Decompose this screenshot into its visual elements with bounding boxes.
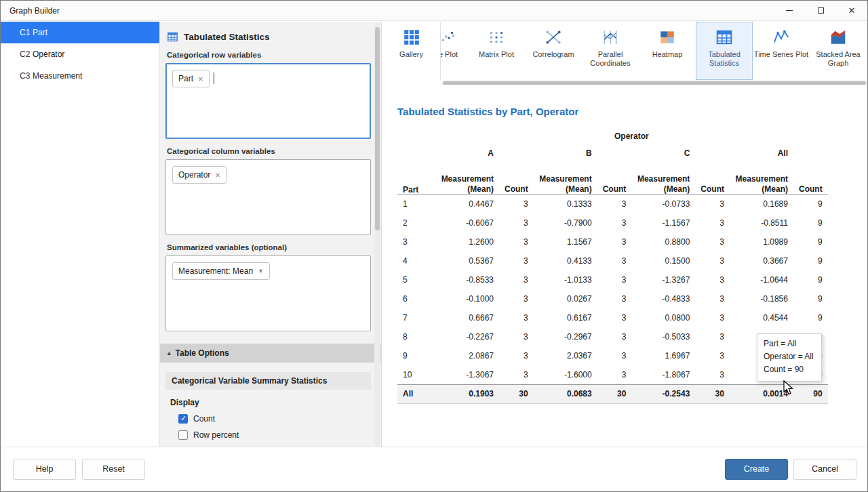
value-cell: 3 bbox=[695, 289, 730, 308]
column-label: Measurement bbox=[33, 71, 159, 81]
table-row: All0.1903300.068330-0.2543300.001490 bbox=[397, 384, 828, 403]
remove-chip-icon[interactable]: × bbox=[198, 75, 203, 83]
heatmap-icon bbox=[658, 28, 676, 47]
checkbox-label: Row percent bbox=[193, 430, 239, 440]
value-cell: 0.4133 bbox=[534, 251, 597, 270]
remove-chip-icon[interactable]: × bbox=[215, 171, 220, 180]
mean-column-header: Measurement(Mean) bbox=[435, 162, 499, 194]
sidebar-item-part[interactable]: C1Part bbox=[1, 22, 159, 43]
table-row: 10.446730.13333-0.073330.16899 bbox=[397, 194, 828, 213]
gallery-item-time-series-plot[interactable]: Time Series Plot bbox=[753, 22, 810, 80]
titlebar: Graph Builder ✕ bbox=[1, 1, 867, 21]
value-cell: 9 bbox=[793, 213, 828, 232]
value-cell: 3 bbox=[695, 327, 730, 346]
value-cell: 3 bbox=[597, 270, 632, 289]
value-cell: 0.0800 bbox=[631, 308, 695, 327]
minimize-button[interactable] bbox=[774, 1, 805, 20]
value-cell: 1.0989 bbox=[730, 232, 793, 251]
count-column-header: Count bbox=[597, 162, 632, 194]
value-cell: 9 bbox=[793, 251, 828, 270]
value-cell: -1.3267 bbox=[631, 270, 695, 289]
value-cell: 3 bbox=[597, 289, 632, 308]
value-cell: 30 bbox=[597, 384, 632, 403]
part-cell: 3 bbox=[397, 232, 435, 251]
value-cell: 3 bbox=[499, 289, 534, 308]
cancel-button[interactable]: Cancel bbox=[793, 459, 856, 480]
value-cell: -0.2543 bbox=[631, 384, 695, 403]
gallery-item-label: e Plot bbox=[441, 50, 458, 59]
group-label-b: B bbox=[534, 144, 597, 162]
group-label-all: All bbox=[730, 144, 793, 162]
gallery-scrollbar-thumb[interactable] bbox=[443, 81, 866, 85]
gallery-item-label: Tabulated Statistics bbox=[696, 50, 753, 68]
graph-builder-window: Graph Builder ✕ C1PartC2OperatorC3Measur… bbox=[0, 0, 868, 492]
column-variables-box[interactable]: Operator× bbox=[165, 159, 371, 235]
part-cell: 6 bbox=[397, 289, 435, 308]
mean-column-header: Measurement(Mean) bbox=[631, 162, 695, 194]
part-cell: 9 bbox=[397, 346, 435, 365]
close-button[interactable]: ✕ bbox=[836, 1, 867, 20]
value-cell: 0.5367 bbox=[435, 251, 499, 270]
value-cell: -0.4833 bbox=[631, 289, 695, 308]
value-cell: 1.2600 bbox=[435, 232, 499, 251]
checkbox-box[interactable] bbox=[178, 430, 188, 440]
value-cell: 1.6967 bbox=[631, 346, 695, 365]
panel-scrollbar[interactable] bbox=[374, 23, 380, 445]
value-cell: 3 bbox=[695, 270, 730, 289]
gallery-item-tabulated-statistics[interactable]: Tabulated Statistics bbox=[696, 22, 753, 80]
reset-button[interactable]: Reset bbox=[82, 459, 145, 480]
sidebar-item-operator[interactable]: C2Operator bbox=[1, 43, 159, 65]
value-cell: 3 bbox=[695, 232, 730, 251]
value-cell: -1.0644 bbox=[730, 270, 793, 289]
tooltip-line: Part = All bbox=[764, 337, 814, 350]
gallery-item-correlogram[interactable]: Correlogram bbox=[525, 22, 582, 80]
table-row: 6-0.100030.02673-0.48333-0.18569 bbox=[397, 289, 828, 308]
sidebar-item-measurement[interactable]: C3Measurement bbox=[1, 65, 159, 87]
panel-scrollbar-thumb[interactable] bbox=[375, 27, 380, 230]
value-cell: -0.8533 bbox=[435, 270, 499, 289]
gallery-item-matrix-plot[interactable]: Matrix Plot bbox=[468, 22, 525, 80]
table-row: 31.260031.156730.880031.09899 bbox=[397, 232, 828, 251]
value-cell: 2.0367 bbox=[534, 346, 597, 365]
value-cell: 3 bbox=[499, 251, 534, 270]
value-cell: 9 bbox=[793, 308, 828, 327]
gallery-horizontal-scrollbar[interactable] bbox=[441, 80, 867, 85]
checkbox-row-percent[interactable]: Row percent bbox=[178, 430, 374, 440]
part-cell: 5 bbox=[397, 270, 435, 289]
gallery-item-heatmap[interactable]: Heatmap bbox=[639, 22, 696, 80]
variable-chip-part[interactable]: Part× bbox=[172, 70, 210, 87]
chevron-down-icon[interactable]: ▼ bbox=[258, 268, 264, 274]
table-options-header[interactable]: ▴ Table Options bbox=[160, 344, 381, 363]
value-cell: 3 bbox=[597, 365, 632, 384]
row-variables-box[interactable]: Part× bbox=[165, 63, 371, 139]
count-column-header: Count bbox=[793, 162, 828, 194]
group-labels-row: ABCAll bbox=[397, 144, 828, 162]
help-button[interactable]: Help bbox=[13, 459, 76, 480]
checkbox-count[interactable]: Count bbox=[178, 414, 374, 424]
gallery-item-label: Heatmap bbox=[652, 50, 683, 59]
value-cell: 30 bbox=[499, 384, 534, 403]
gallery-item-stacked-area-graph[interactable]: Stacked Area Graph bbox=[810, 22, 867, 80]
checkbox-box[interactable] bbox=[178, 414, 188, 424]
value-cell: 9 bbox=[793, 289, 828, 308]
value-cell: 0.1333 bbox=[534, 194, 597, 213]
gallery-item-gallery[interactable]: Gallery bbox=[382, 22, 441, 80]
text-caret bbox=[214, 73, 214, 84]
group-label-c: C bbox=[631, 144, 695, 162]
variable-chip-operator[interactable]: Operator× bbox=[172, 166, 226, 184]
summary-statistics-header: Categorical Variable Summary Statistics bbox=[165, 372, 371, 390]
value-cell: 0.3667 bbox=[730, 251, 793, 270]
gallery-item-label: Parallel Coordinates bbox=[582, 50, 639, 68]
stacked-area-icon bbox=[829, 28, 847, 47]
table-row: 70.666730.616730.080030.45449 bbox=[397, 308, 828, 327]
gallery-item-e-plot[interactable]: e Plot bbox=[441, 22, 468, 80]
summarized-variables-box[interactable]: Measurement: Mean▼ bbox=[165, 255, 371, 331]
value-cell: 3 bbox=[499, 346, 534, 365]
create-button[interactable]: Create bbox=[725, 459, 788, 480]
scatter-plot-icon bbox=[441, 28, 457, 47]
gallery-item-parallel-coordinates[interactable]: Parallel Coordinates bbox=[582, 22, 639, 80]
variable-chip-measurement-mean[interactable]: Measurement: Mean▼ bbox=[172, 262, 270, 280]
value-cell: -1.0133 bbox=[534, 270, 597, 289]
group-label-a: A bbox=[435, 144, 499, 162]
maximize-button[interactable] bbox=[805, 1, 836, 20]
